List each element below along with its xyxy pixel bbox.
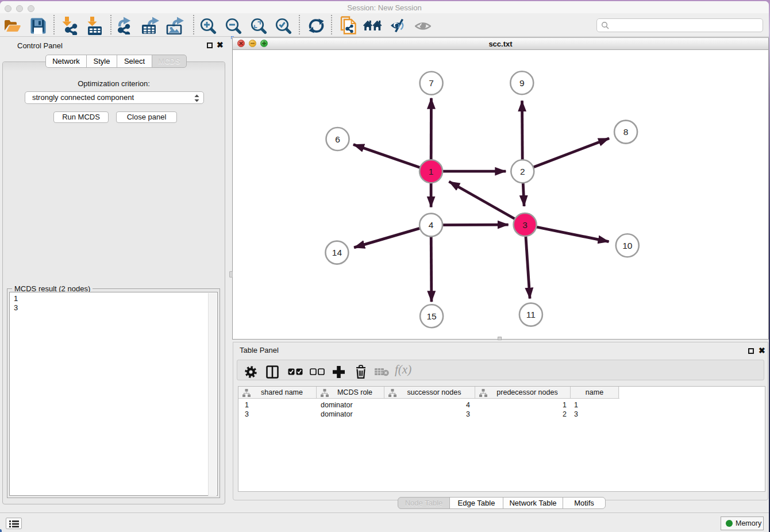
svg-text:3: 3 [522,220,528,230]
svg-text:6: 6 [335,134,340,144]
svg-text:11: 11 [526,310,536,319]
svg-text:1: 1 [429,167,434,176]
svg-text:8: 8 [623,127,629,137]
svg-text:10: 10 [622,241,633,250]
svg-text:2: 2 [520,167,525,176]
svg-text:15: 15 [426,311,436,321]
svg-text:4: 4 [429,220,434,230]
svg-text:7: 7 [429,78,434,88]
svg-text:9: 9 [519,78,525,88]
svg-text:14: 14 [332,248,342,257]
